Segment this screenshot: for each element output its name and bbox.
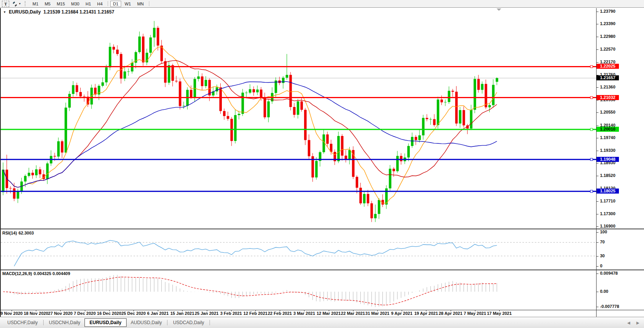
price-tick-label: 1.21360 <box>600 85 615 89</box>
macd-values: 0.004325 0.004409 <box>34 271 70 276</box>
macd-tick-label: 0.009478 <box>600 271 618 275</box>
date-tick-label: 31 Mar 2021 <box>365 311 389 316</box>
price-tick-label: 1.23390 <box>600 21 615 26</box>
level-price-label[interactable]: 1.20010 <box>597 127 619 132</box>
chart-title: ▼ EURUSD,Daily 1.21539 1.21684 1.21431 1… <box>3 9 114 15</box>
arrows-tool-button[interactable]: ▾ <box>10 0 22 7</box>
chart-window: ▼ EURUSD,Daily 1.21539 1.21684 1.21431 1… <box>0 8 644 317</box>
date-tick-label: 27 Nov 2020 <box>48 311 73 316</box>
tf-button-mn[interactable]: MN <box>134 1 146 7</box>
price-tick-label: 1.23790 <box>600 9 615 14</box>
rsi-indicator-label: RSI(14)62.3003 <box>2 231 35 235</box>
price-tick <box>597 151 598 151</box>
chart-tab-usdchf[interactable]: USDCHF,Daily <box>3 318 42 327</box>
price-tick-label: 1.19330 <box>600 148 615 153</box>
level-handle[interactable] <box>590 65 593 68</box>
price-tick <box>597 226 598 227</box>
rsi-tick <box>597 256 598 257</box>
level-handle[interactable] <box>590 128 593 131</box>
price-tick <box>597 163 598 163</box>
tf-button-m15[interactable]: M15 <box>54 1 68 7</box>
price-tick <box>597 201 598 202</box>
tf-button-h1[interactable]: H1 <box>83 1 94 7</box>
chart-tab-bar: USDCHF,DailyUSDCNH,DailyEURUSD,DailyAUDU… <box>0 317 644 328</box>
tab-separator <box>167 320 167 325</box>
price-tick-label: 1.17710 <box>600 199 615 203</box>
toolbar-separator <box>149 1 149 6</box>
macd-chart-canvas[interactable] <box>1 270 596 310</box>
current-price-label: 1.21657 <box>597 75 619 80</box>
macd-name: MACD(12,26,9) <box>2 271 32 276</box>
toolbar-separator <box>108 1 108 6</box>
date-tick-label: 9 Nov 2020 <box>0 311 22 316</box>
tf-button-h4[interactable]: H4 <box>95 1 105 7</box>
rsi-line <box>14 240 497 266</box>
level-price-label[interactable]: 1.22025 <box>597 64 619 69</box>
price-tick <box>597 62 598 63</box>
price-tick-label: 1.17300 <box>600 211 615 216</box>
date-tick-label: 22 Mar 2021 <box>341 311 365 316</box>
price-tick <box>597 87 598 88</box>
tab-scroll-right-icon[interactable]: ▶ <box>636 321 639 325</box>
rsi-chart-canvas[interactable] <box>1 229 596 269</box>
date-tick-label: 3 Feb 2021 <box>220 311 242 316</box>
timeframe-button-group: M1M5M15M30H1H4D1W1MN <box>29 1 151 7</box>
text-tool-button[interactable]: T <box>2 1 9 7</box>
date-tick-label: 12 Feb 2021 <box>243 311 267 316</box>
chart-title-symbol: EURUSD,Daily <box>9 9 41 15</box>
date-tick-label: 25 Dec 2020 <box>122 311 146 316</box>
price-tick <box>597 126 598 126</box>
tf-button-m30[interactable]: M30 <box>68 1 82 7</box>
date-tick-label: 18 Nov 2020 <box>24 311 48 316</box>
main-chart-canvas[interactable] <box>1 8 596 228</box>
price-tick-label: 1.19740 <box>600 135 615 140</box>
date-tick-label: 28 Apr 2021 <box>439 311 462 316</box>
date-tick-label: 19 Apr 2021 <box>414 311 438 316</box>
price-tick <box>597 138 598 138</box>
macd-tick <box>597 292 598 292</box>
date-tick-label: 9 Apr 2021 <box>391 311 412 316</box>
tab-scroll-left-icon[interactable]: ◀ <box>627 321 630 325</box>
price-tick <box>597 112 598 113</box>
arrows-icon <box>12 1 18 7</box>
chart-tab-usdcnh[interactable]: USDCNH,Daily <box>45 318 85 327</box>
price-tick <box>597 49 598 50</box>
level-handle[interactable] <box>590 97 593 99</box>
toolbar-grip[interactable] <box>25 1 27 6</box>
tf-button-m5[interactable]: M5 <box>42 1 53 7</box>
tf-button-w1[interactable]: W1 <box>122 1 134 7</box>
level-price-label[interactable]: 1.19048 <box>597 157 619 162</box>
date-tick-label: 12 Mar 2021 <box>316 311 340 316</box>
chart-toolbar: T ▾ M1M5M15M30H1H4D1W1MN <box>0 0 644 8</box>
macd-tick-label: -0.007778 <box>600 304 619 309</box>
chart-tab-audusd[interactable]: AUDUSD,Daily <box>127 318 166 327</box>
chart-tab-usdcad[interactable]: USDCAD,Daily <box>169 318 208 327</box>
date-tick-label: 7 May 2021 <box>464 311 486 316</box>
tf-button-m1[interactable]: M1 <box>30 1 41 7</box>
window-left-border <box>0 8 1 317</box>
level-price-label[interactable]: 1.21032 <box>597 95 619 100</box>
chart-tab-eurusd[interactable]: EURUSD,Daily <box>85 318 127 327</box>
price-tick <box>597 37 598 37</box>
level-handle[interactable] <box>590 190 593 192</box>
dropdown-caret-icon: ▾ <box>19 2 20 5</box>
price-tick-label: 1.18520 <box>600 173 615 178</box>
price-tick-label: 1.22570 <box>600 47 615 51</box>
date-tick-label: 25 Jan 2021 <box>195 311 219 316</box>
tab-separator <box>43 320 44 325</box>
date-tick-label: 22 Feb 2021 <box>268 311 292 316</box>
rsi-tick-label: 0 <box>600 263 602 268</box>
level-price-label[interactable]: 1.18025 <box>597 189 619 194</box>
date-tick-label: 16 Dec 2020 <box>97 311 121 316</box>
rsi-tick <box>597 242 598 243</box>
mt4-terminal: T ▾ M1M5M15M30H1H4D1W1MN ▼ EURUSD,Daily … <box>0 0 644 328</box>
rsi-tick-label: 30 <box>600 253 605 258</box>
price-tick <box>597 100 598 100</box>
tf-button-d1[interactable]: D1 <box>110 1 121 7</box>
macd-tick <box>597 274 598 274</box>
date-tick-label: 6 Jan 2021 <box>147 311 169 316</box>
rsi-name: RSI(14) <box>2 231 17 235</box>
chart-menu-arrow-icon[interactable]: ▼ <box>3 10 6 14</box>
level-handle[interactable] <box>590 158 593 161</box>
macd-tick-label: 0.00 <box>600 289 608 294</box>
